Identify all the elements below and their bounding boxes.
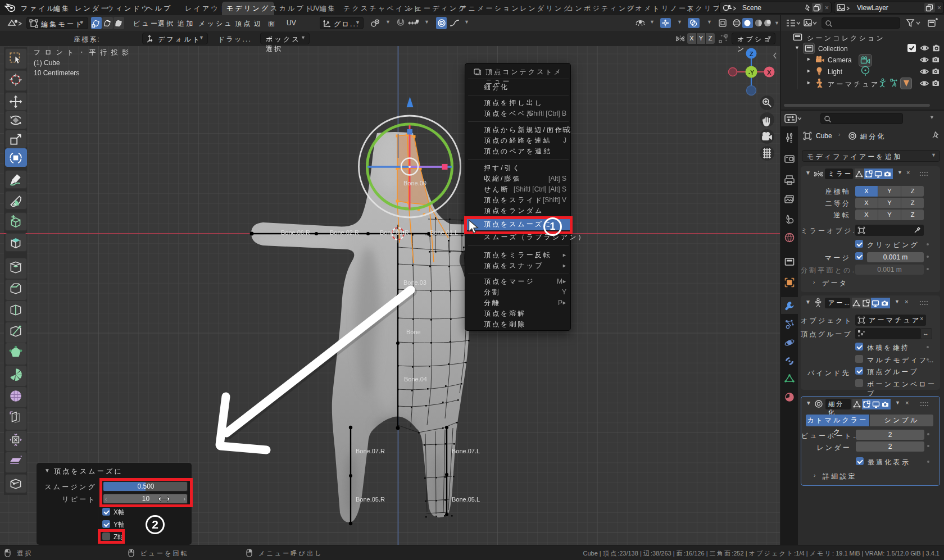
svg-text:Bone.03: Bone.03	[403, 279, 426, 286]
svg-text:-Y: -Y	[748, 70, 754, 76]
svg-text:フロント・平行投影: フロント・平行投影	[34, 48, 133, 56]
svg-text:Bone.05.L: Bone.05.L	[452, 496, 480, 503]
svg-text:(1) Cube: (1) Cube	[34, 59, 60, 67]
svg-text:Bone.07.R: Bone.07.R	[356, 448, 385, 454]
svg-text:Bone.00: Bone.00	[403, 180, 426, 186]
svg-text:10 Centimeters: 10 Centimeters	[34, 69, 79, 77]
svg-text:Bone.05.R: Bone.05.R	[356, 496, 385, 503]
svg-text:Bone: Bone	[406, 329, 421, 335]
svg-text:X: X	[767, 69, 771, 76]
svg-text:Bone.02.R: Bone.02.R	[330, 229, 359, 236]
svg-text:Bone.04: Bone.04	[404, 376, 427, 383]
svg-text:Bone.07.L: Bone.07.L	[452, 448, 480, 454]
svg-text:Bone.01.L: Bone.01.L	[430, 229, 458, 236]
svg-text:Bone.01.R: Bone.01.R	[380, 229, 409, 236]
svg-text:Bone.06.R: Bone.06.R	[281, 229, 310, 236]
